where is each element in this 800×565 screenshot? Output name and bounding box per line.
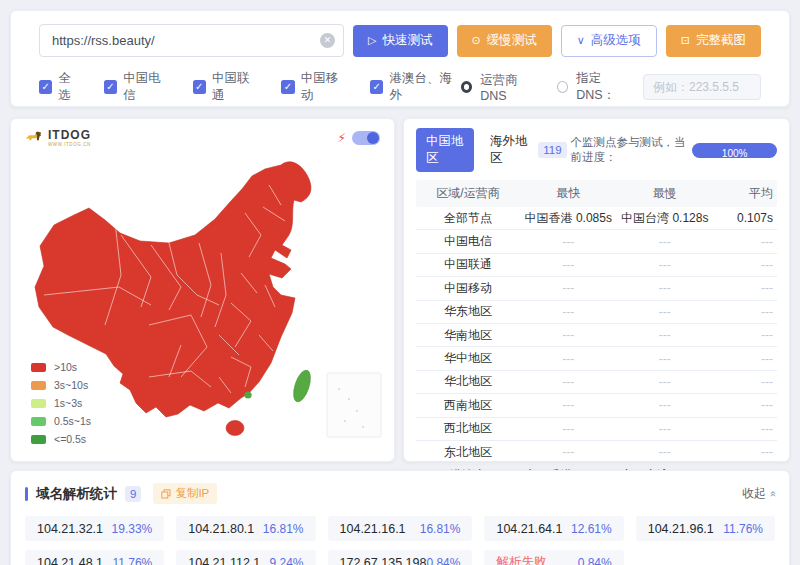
average-cell: --- bbox=[713, 235, 777, 249]
checkbox-china-telecom[interactable]: ✓ 中国电信 bbox=[104, 70, 171, 104]
radio-custom-dns[interactable] bbox=[557, 81, 568, 93]
average-cell: --- bbox=[713, 422, 777, 436]
average-cell: --- bbox=[713, 352, 777, 366]
advanced-options-button[interactable]: ∨ 高级选项 bbox=[561, 25, 657, 57]
slowest-cell: --- bbox=[617, 352, 714, 366]
advanced-options-label: 高级选项 bbox=[591, 32, 641, 49]
table-row: 华北地区 --- --- --- bbox=[416, 371, 777, 394]
full-screenshot-button[interactable]: ⊡ 完整截图 bbox=[666, 25, 761, 57]
full-screenshot-label: 完整截图 bbox=[696, 32, 746, 49]
ip-item[interactable]: 104.21.32.1 19.33% bbox=[25, 516, 164, 541]
checkbox-china-telecom-label: 中国电信 bbox=[123, 70, 170, 104]
legend-swatch bbox=[31, 381, 46, 390]
ip-item[interactable]: 104.21.48.1 11.76% bbox=[25, 550, 164, 565]
ip-item[interactable]: 104.21.64.1 12.61% bbox=[484, 516, 623, 541]
ip-item[interactable]: 104.21.16.1 16.81% bbox=[328, 516, 473, 541]
slowest-cell: --- bbox=[617, 422, 714, 436]
checkbox-hmt-overseas[interactable]: ✓ 港澳台、海外 bbox=[370, 70, 461, 104]
fastest-cell: --- bbox=[520, 281, 617, 295]
custom-dns-input[interactable] bbox=[643, 74, 761, 100]
tab-china-region[interactable]: 中国地区 bbox=[416, 128, 474, 172]
realtime-toggle[interactable] bbox=[352, 131, 380, 145]
radio-isp-dns[interactable] bbox=[461, 81, 473, 93]
region-cell: 中国移动 bbox=[416, 280, 520, 297]
taiwan-island[interactable] bbox=[290, 368, 314, 404]
fastest-cell: --- bbox=[520, 235, 617, 249]
checkmark-icon: ✓ bbox=[104, 80, 117, 94]
average-cell: --- bbox=[713, 328, 777, 342]
region-cell: 中国联通 bbox=[416, 256, 520, 273]
logo-subtitle: WWW.ITDOG.CN bbox=[48, 143, 91, 148]
legend-swatch bbox=[31, 435, 46, 444]
header-slowest: 最慢 bbox=[617, 185, 714, 202]
lightning-icon: ⚡ bbox=[338, 131, 346, 145]
checkbox-china-mobile[interactable]: ✓ 中国移动 bbox=[281, 70, 348, 104]
region-cell: 华东地区 bbox=[416, 303, 520, 320]
ip-value: 104.21.96.1 bbox=[648, 522, 714, 536]
clear-icon[interactable]: ✕ bbox=[320, 33, 335, 48]
ip-list: 104.21.32.1 19.33% 104.21.80.1 16.81% 10… bbox=[25, 516, 775, 565]
checkbox-china-unicom[interactable]: ✓ 中国联通 bbox=[193, 70, 260, 104]
checkbox-select-all[interactable]: ✓ 全选 bbox=[39, 70, 82, 104]
average-cell: --- bbox=[713, 398, 777, 412]
ip-item[interactable]: 172.67.135.198 0.84% bbox=[328, 550, 473, 565]
chevron-down-icon: ∨ bbox=[577, 34, 585, 47]
average-cell: --- bbox=[713, 258, 777, 272]
test-toolbar: ✕ ▷ 快速测试 ⊙ 缓慢测试 ∨ 高级选项 ⊡ 完整截图 ✓ 全选 ✓ 中国电… bbox=[10, 10, 790, 107]
legend-label: 3s~10s bbox=[54, 379, 88, 391]
ip-item[interactable]: 104.21.112.1 9.24% bbox=[176, 550, 315, 565]
slowest-cell: --- bbox=[617, 235, 714, 249]
ip-value: 172.67.135.198 bbox=[340, 556, 427, 565]
table-header-row: 区域/运营商 最快 最慢 平均 bbox=[416, 180, 777, 207]
progress-bar: 100% bbox=[692, 143, 777, 158]
table-row: 西南地区 --- --- --- bbox=[416, 394, 777, 417]
slowest-cell: --- bbox=[617, 445, 714, 459]
toggle-knob bbox=[367, 132, 379, 144]
tab-overseas-region[interactable]: 海外地区 bbox=[480, 128, 538, 172]
slowest-cell: --- bbox=[617, 258, 714, 272]
progress-percent: 100% bbox=[722, 148, 748, 159]
quick-test-button[interactable]: ▷ 快速测试 bbox=[353, 25, 447, 57]
dns-option-group: 运营商DNS 指定DNS： bbox=[461, 70, 761, 104]
node-count-badge: 119 bbox=[538, 142, 566, 158]
ip-item[interactable]: 104.21.80.1 16.81% bbox=[176, 516, 315, 541]
region-cell: 中国电信 bbox=[416, 233, 520, 250]
screenshot-icon: ⊡ bbox=[681, 34, 690, 47]
legend-swatch bbox=[31, 399, 46, 408]
ip-item[interactable]: 解析失败 0.84% bbox=[484, 550, 623, 565]
ip-percent: 19.33% bbox=[112, 522, 153, 536]
latency-table: 区域/运营商 最快 最慢 平均 全部节点 中国香港 0.085s 中国台湾 0.… bbox=[416, 180, 777, 488]
checkmark-icon: ✓ bbox=[370, 80, 383, 94]
table-row: 华中地区 --- --- --- bbox=[416, 347, 777, 370]
legend-item: 0.5s~1s bbox=[31, 415, 91, 427]
dog-logo-icon bbox=[24, 129, 44, 149]
checkbox-china-unicom-label: 中国联通 bbox=[212, 70, 259, 104]
dns-stats-title: 域名解析统计 bbox=[36, 485, 117, 503]
ip-percent: 12.61% bbox=[571, 522, 612, 536]
hongkong-marker[interactable] bbox=[244, 391, 251, 398]
title-accent-bar bbox=[25, 487, 28, 501]
ip-percent: 9.24% bbox=[270, 556, 304, 565]
region-cell: 华南地区 bbox=[416, 327, 520, 344]
fastest-cell: --- bbox=[520, 328, 617, 342]
collapse-link[interactable]: 收起 » bbox=[742, 485, 775, 502]
copy-ip-label: 复制IP bbox=[175, 486, 209, 501]
ip-item[interactable]: 104.21.96.1 11.76% bbox=[636, 516, 775, 541]
average-cell: --- bbox=[713, 281, 777, 295]
slow-test-button[interactable]: ⊙ 缓慢测试 bbox=[457, 25, 552, 57]
fastest-cell: --- bbox=[520, 445, 617, 459]
slowest-cell: --- bbox=[617, 328, 714, 342]
ip-percent: 11.76% bbox=[723, 522, 763, 536]
isp-checkbox-group: ✓ 全选 ✓ 中国电信 ✓ 中国联通 ✓ 中国移动 ✓ 港澳台、海外 bbox=[39, 70, 461, 104]
resolve-failed-value: 解析失败 bbox=[496, 554, 546, 565]
copy-ip-button[interactable]: 复制IP bbox=[153, 483, 217, 504]
table-row: 华南地区 --- --- --- bbox=[416, 324, 777, 347]
hainan-island[interactable] bbox=[226, 421, 244, 436]
legend-item: 3s~10s bbox=[31, 379, 91, 391]
legend-swatch bbox=[31, 417, 46, 426]
average-cell: 0.107s bbox=[713, 211, 777, 225]
url-input[interactable] bbox=[39, 24, 344, 57]
region-cell: 西南地区 bbox=[416, 397, 520, 414]
table-row: 西北地区 --- --- --- bbox=[416, 418, 777, 441]
table-row: 华东地区 --- --- --- bbox=[416, 301, 777, 324]
